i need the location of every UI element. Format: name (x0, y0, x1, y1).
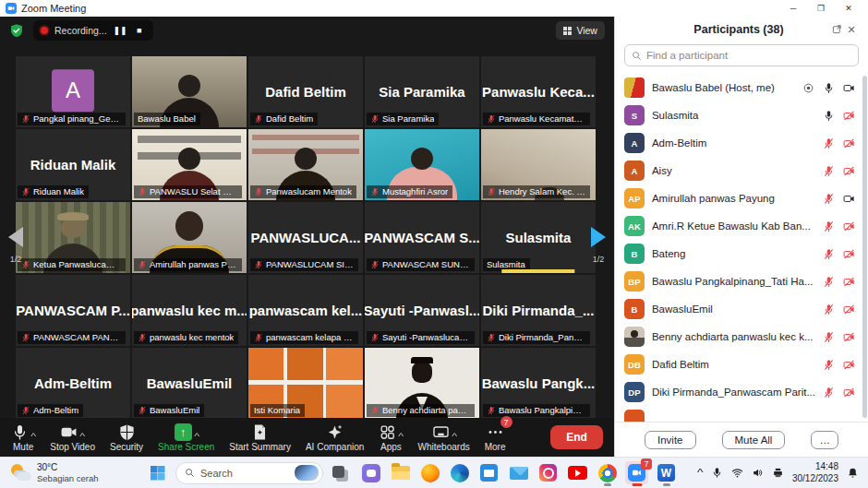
volume-icon[interactable] (752, 467, 764, 479)
mic-muted-icon (823, 193, 835, 205)
participant-tile[interactable]: SulasmitaSulasmita (481, 202, 596, 273)
taskbar-search[interactable]: Search (175, 462, 323, 484)
participant-tile[interactable]: Mustaghfiri Asror (365, 129, 479, 200)
participant-tile[interactable]: PANWASCAM P...PANWASCAM PANGKALA... (16, 275, 130, 346)
invite-button[interactable]: Invite (645, 431, 696, 449)
start-summary-button[interactable]: Start Summary (229, 423, 291, 452)
participant-tile[interactable]: Bawaslu Babel (132, 56, 247, 127)
participant-tile[interactable]: PANWASLU Selat Nasik (132, 129, 247, 200)
security-shield-icon[interactable] (9, 23, 24, 38)
start-button[interactable] (146, 461, 169, 484)
more-button[interactable]: 7 More (485, 423, 506, 452)
participant-tile[interactable]: Ketua Panwaslucam Kela... (16, 202, 130, 273)
popout-panel-icon[interactable] (829, 24, 844, 36)
share-screen-button[interactable]: ↑ ^ Share Screen (158, 423, 214, 452)
participant-tile[interactable]: Panwaslucam Mentok (248, 129, 363, 200)
participant-tile[interactable]: Isti Komaria (248, 348, 363, 418)
participant-row[interactable]: BPBawaslu Pangkalpinang_Tati Ha... (615, 268, 868, 295)
ai-companion-button[interactable]: AI Companion (306, 423, 364, 452)
mute-all-button[interactable]: Mute All (722, 431, 786, 449)
chevron-up-icon[interactable]: ^ (194, 433, 199, 441)
task-view-button[interactable] (330, 461, 353, 484)
printer-icon[interactable] (772, 467, 784, 479)
mail-icon[interactable] (507, 461, 530, 484)
view-button[interactable]: View (556, 21, 605, 40)
more-options-button[interactable]: … (811, 431, 838, 449)
participant-tile[interactable]: Amirullah panwas Payung (132, 202, 247, 273)
participant-tile[interactable]: PANWASCAM S...PANWASCAM SUNGAILIAT (365, 202, 479, 273)
muted-mic-icon (487, 333, 496, 342)
participant-tile[interactable]: Hendry Salam Kec. Tama... (481, 129, 596, 200)
participant-row[interactable]: APAmirullah panwas Payung (615, 184, 868, 212)
notification-bell-icon[interactable] (847, 467, 859, 479)
firefox-icon[interactable] (418, 461, 441, 484)
participant-tile[interactable]: BawasluEmilBawasluEmil (132, 348, 247, 418)
participant-row[interactable]: SSulasmita (615, 101, 868, 129)
minimize-button[interactable]: ─ (779, 0, 807, 17)
maximize-button[interactable]: ❐ (807, 0, 835, 17)
search-input[interactable] (646, 50, 851, 61)
participant-row[interactable]: Benny achdiarta panwaslu kec k... (615, 323, 868, 351)
youtube-icon[interactable] (566, 461, 589, 484)
file-explorer-icon[interactable] (389, 461, 412, 484)
chevron-up-icon[interactable]: ^ (80, 433, 86, 441)
tray-microphone-icon[interactable] (711, 467, 723, 479)
edge-icon[interactable] (448, 461, 471, 484)
participant-search[interactable] (624, 44, 859, 66)
participant-tile[interactable]: Dafid BeltimDafid Beltim (248, 56, 363, 127)
taskbar-clock[interactable]: 14:48 30/12/2023 (792, 461, 838, 484)
participant-row[interactable]: BBawasluEmil (615, 295, 868, 323)
chevron-up-icon[interactable]: ^ (452, 433, 457, 441)
apps-button[interactable]: ^ Apps (379, 423, 403, 452)
avatar: A (52, 69, 94, 112)
word-icon[interactable]: W (655, 461, 678, 484)
participant-tile[interactable]: PANWASLUCA...PANWASLUCAM SIMPAN... (248, 202, 363, 273)
gallery-prev-button[interactable]: 1/2 (2, 227, 30, 264)
participant-tile[interactable]: panwaslu kec m...panwaslu kec mentok (132, 275, 247, 346)
chevron-up-icon[interactable]: ^ (398, 433, 404, 441)
chat-app-icon[interactable] (359, 461, 382, 484)
tile-name-label: PANWASLUCAM SIMPAN... (250, 258, 358, 271)
mic-muted-icon (823, 248, 835, 260)
participant-row[interactable]: BBateng (615, 240, 868, 268)
participant-tile[interactable]: panwascam kel...panwascam kelapa kampit (248, 275, 363, 346)
participant-tile[interactable]: Benny achdiarta panwasl... (365, 348, 479, 418)
stop-video-button[interactable]: ^ Stop Video (50, 423, 95, 452)
instagram-icon[interactable] (536, 461, 560, 484)
scrollbar-thumb[interactable] (862, 76, 867, 418)
close-panel-icon[interactable]: ✕ (844, 24, 859, 36)
pause-recording-button[interactable]: ❚❚ (114, 26, 127, 35)
participant-row[interactable] (615, 406, 868, 422)
mute-button[interactable]: ^ Mute (11, 423, 35, 452)
zoom-app-icon[interactable]: 7 (625, 461, 648, 484)
participant-tile[interactable]: Riduan MalikRiduan Malik (16, 129, 130, 200)
participant-row[interactable]: AAisy (615, 157, 868, 184)
participant-row[interactable]: AAdm-Beltim (615, 129, 868, 157)
participant-row[interactable]: DBDafid Beltim (615, 351, 868, 378)
tile-name-label: Dafid Beltim (250, 113, 318, 125)
participant-tile[interactable]: Diki Pirmanda_...Diki Pirmanda_Panwasca.… (481, 275, 596, 346)
participant-tile[interactable]: Panwaslu Keca...Panwaslu Kecamatan Da... (481, 56, 596, 127)
chevron-up-icon[interactable]: ^ (30, 433, 36, 441)
camera-off-icon (843, 276, 855, 288)
participant-row[interactable]: DPDiki Pirmanda_Panwascam Parit... (615, 378, 868, 406)
camera-off-icon (843, 359, 855, 371)
weather-widget[interactable]: 30°C Sebagian cerah (9, 462, 99, 483)
chrome-icon[interactable] (596, 461, 619, 484)
stop-recording-button[interactable]: ■ (133, 26, 146, 35)
participant-tile[interactable]: Bawaslu Pangk...Bawaslu Pangkalpinang_..… (481, 348, 596, 418)
participant-tile[interactable]: APangkal pinang_Gerungg... (16, 56, 130, 127)
microsoft-store-icon[interactable] (477, 461, 500, 484)
participant-row[interactable]: Bawaslu Babel (Host, me) (615, 74, 868, 101)
gallery-next-button[interactable]: 1/2 (585, 227, 612, 264)
participant-row[interactable]: AKAmri.R Ketue Bawaslu Kab Ban... (615, 212, 868, 240)
security-button[interactable]: Security (110, 423, 143, 452)
participant-tile[interactable]: Adm-BeltimAdm-Beltim (16, 348, 130, 418)
whiteboards-button[interactable]: ^ Whiteboards (418, 423, 470, 452)
participant-tile[interactable]: Sayuti -Panwasl...Sayuti -Panwaslucam Je… (365, 275, 479, 346)
wifi-icon[interactable] (731, 467, 743, 479)
participant-tile[interactable]: Sia ParamikaSia Paramika (365, 56, 479, 127)
tray-chevron-up-icon[interactable]: ^ (697, 468, 704, 478)
end-meeting-button[interactable]: End (550, 425, 603, 449)
close-button[interactable]: ✕ (835, 0, 862, 17)
